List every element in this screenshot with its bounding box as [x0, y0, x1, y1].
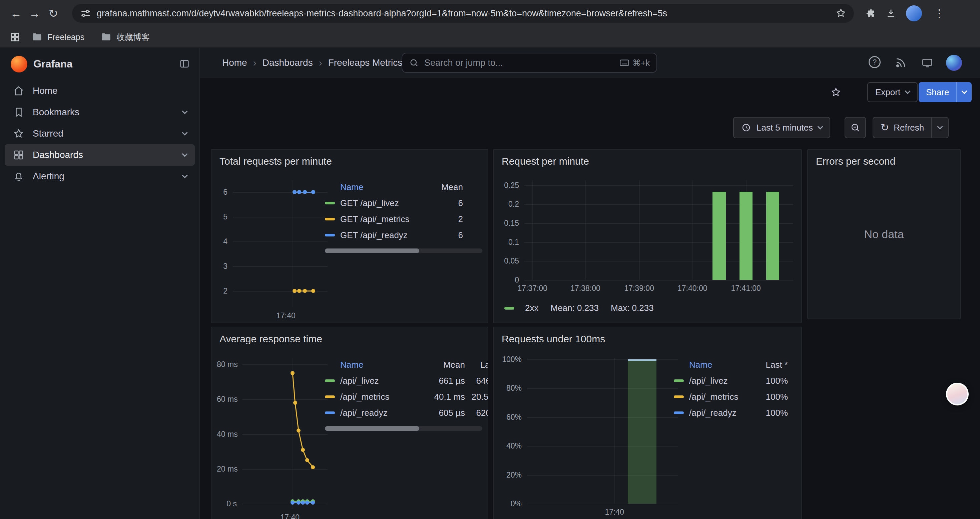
site-info-icon[interactable] [80, 8, 91, 19]
chevron-down-icon[interactable] [182, 172, 188, 178]
share-button[interactable]: Share [919, 82, 972, 102]
tv-kiosk-icon[interactable] [921, 57, 933, 69]
refresh-main[interactable]: ↻ Refresh [873, 118, 931, 137]
panel-request-per-minute: Request per minute 0.250.20.150.10.05017… [493, 149, 802, 323]
legend-header-row: Name Mean [325, 179, 463, 195]
series-color-key [325, 218, 335, 220]
legend-row[interactable]: /api/_metrics 100% [674, 389, 788, 405]
y-axis-tick-label: 60 ms [217, 395, 237, 404]
legend-row[interactable]: /api/_livez 100% [674, 373, 788, 389]
reload-icon[interactable]: ↻ [44, 4, 63, 23]
x-axis-tick-label: 17:37:00 [517, 284, 547, 293]
sidebar-item-bookmarks[interactable]: Bookmarks [5, 102, 195, 123]
panel-title[interactable]: Average response time [212, 327, 488, 345]
grafana-logo[interactable] [11, 56, 27, 72]
bar [766, 192, 779, 280]
legend-row[interactable]: /api/_livez 661 µs 646 µs [325, 373, 488, 389]
bar [628, 359, 657, 504]
bookmark-label: Freeleaps [48, 32, 84, 42]
legend-col-name[interactable]: Name [340, 182, 432, 192]
share-label[interactable]: Share [919, 82, 956, 102]
back-icon[interactable]: ← [7, 4, 25, 23]
legend-series-name: GET /api/_readyz [340, 230, 432, 241]
chevron-down-icon[interactable] [182, 151, 188, 157]
legend-mean-value: 661 µs [426, 376, 465, 386]
legend-row[interactable]: /api/_readyz 100% [674, 405, 788, 421]
profile-avatar[interactable] [906, 5, 922, 21]
apps-grid-icon[interactable] [10, 31, 21, 43]
export-button[interactable]: Export [867, 82, 918, 102]
breadcrumb-home[interactable]: Home [222, 57, 247, 68]
legend-mean-value: 2 [432, 214, 463, 224]
legend-row[interactable]: GET /api/_readyz 6 [325, 227, 463, 243]
y-axis-tick-label: 20% [500, 470, 522, 479]
legend-row[interactable]: GET /api/_metrics 2 [325, 211, 463, 227]
news-rss-icon[interactable] [895, 57, 907, 69]
legend-col-mean[interactable]: Mean [432, 182, 463, 192]
sidebar-item-home[interactable]: Home [5, 80, 195, 102]
panel-total-requests-per-minute: Total requests per minute 6543217:40 Nam… [211, 149, 488, 323]
legend-row[interactable]: GET /api/_livez 6 [325, 195, 463, 211]
series-color-key [325, 379, 335, 382]
url-bar[interactable]: grafana.mathmast.com/d/deytv4rwavabkb/fr… [72, 4, 854, 23]
legend-row[interactable]: 2xx [504, 303, 538, 313]
panel-title[interactable]: Request per minute [494, 150, 801, 167]
forward-icon[interactable]: → [25, 4, 44, 23]
assistant-avatar-widget[interactable] [946, 383, 969, 406]
export-label: Export [875, 87, 900, 97]
sidebar-item-starred[interactable]: Starred [5, 123, 195, 144]
x-axis-tick-label: 17:40 [276, 311, 296, 320]
bookmark-folder-freeleaps[interactable]: Freeleaps [26, 29, 90, 45]
zoom-out-time-button[interactable] [845, 117, 866, 138]
keyboard-icon [620, 59, 629, 67]
downloads-icon[interactable] [885, 8, 897, 19]
refresh-button[interactable]: ↻ Refresh [873, 117, 949, 138]
legend-series-name: /api/_livez [689, 376, 751, 386]
legend-col-name[interactable]: Name [689, 360, 751, 370]
legend-row[interactable]: /api/_readyz 605 µs 620 µs [325, 405, 488, 421]
panel-title[interactable]: Total requests per minute [212, 150, 488, 167]
sidebar-item-dashboards[interactable]: Dashboards [5, 144, 195, 166]
legend-col-name[interactable]: Name [340, 360, 426, 370]
legend-col-last[interactable]: Last * [465, 360, 488, 370]
time-range-picker[interactable]: Last 5 minutes [733, 117, 830, 138]
user-avatar[interactable] [946, 55, 962, 71]
legend-series-name: /api/_livez [340, 376, 426, 386]
help-icon[interactable]: ? [869, 56, 881, 68]
sidebar-item-alerting[interactable]: Alerting [5, 166, 195, 187]
breadcrumb-dashboards[interactable]: Dashboards [262, 57, 313, 68]
share-menu-chevron[interactable] [956, 82, 972, 102]
y-axis-tick-label: 6 [217, 188, 228, 197]
browser-menu-icon[interactable]: ⋮ [931, 8, 947, 19]
panel-title[interactable]: Requests under 100ms [494, 327, 801, 345]
legend-horizontal-scrollbar[interactable] [325, 426, 482, 431]
refresh-interval-chevron[interactable] [931, 118, 948, 137]
extensions-icon[interactable] [865, 8, 876, 19]
breadcrumb-separator: › [319, 57, 322, 69]
legend-last-value: 646 µs [465, 376, 488, 386]
legend-col-mean[interactable]: Mean [426, 360, 465, 370]
series-color-key [674, 412, 684, 414]
y-axis-tick-label: 3 [217, 262, 228, 271]
chevron-down-icon[interactable] [182, 130, 188, 136]
search-bar[interactable]: ⌘+k [402, 53, 657, 73]
y-axis-tick-label: 0.25 [500, 181, 519, 190]
time-series-chart: 6543217:40 [217, 176, 329, 321]
chevron-down-icon[interactable] [182, 109, 188, 114]
bookmark-folder-blogs[interactable]: 收藏博客 [95, 29, 155, 45]
legend-row[interactable]: /api/_metrics 40.1 ms 20.5 ms [325, 389, 488, 405]
legend-horizontal-scrollbar[interactable] [325, 249, 482, 253]
x-axis-tick-label: 17:38:00 [570, 284, 600, 293]
bookmark-star-icon[interactable] [835, 7, 846, 19]
x-axis-tick-label: 17:39:00 [624, 284, 654, 293]
chevron-down-icon [818, 124, 823, 129]
panel-legend: Name Mean GET /api/_livez 6 GET /api/_me… [325, 179, 484, 243]
collapse-sidebar-icon[interactable] [179, 58, 190, 69]
data-point [297, 190, 301, 194]
search-input[interactable] [424, 58, 614, 68]
legend-col-last[interactable]: Last * [751, 360, 788, 370]
y-axis-tick-label: 80% [500, 384, 522, 393]
y-axis-tick-label: 0% [500, 499, 522, 508]
favorite-dashboard-star-icon[interactable] [827, 83, 845, 102]
data-point [293, 190, 296, 194]
